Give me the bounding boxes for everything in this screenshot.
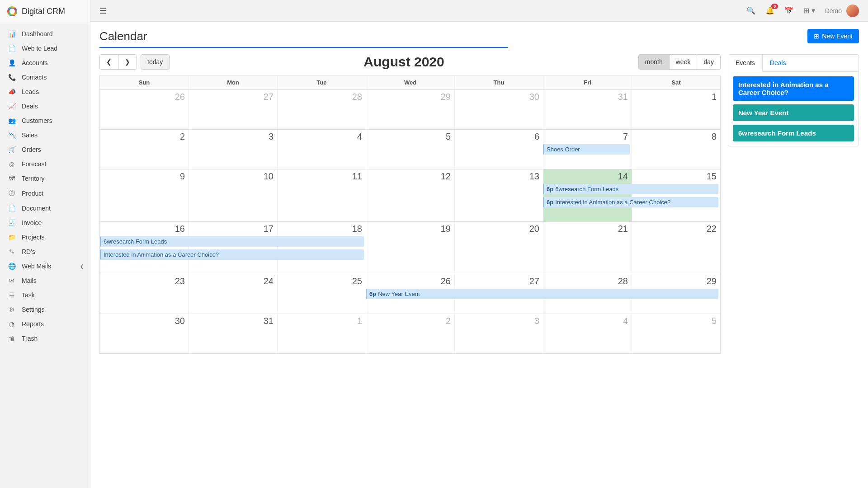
sidebar-item-accounts[interactable]: 👤Accounts [0,56,90,70]
day-cell[interactable]: 6 [454,130,543,155]
event-card[interactable]: New Year Event [733,104,854,121]
day-cell[interactable]: 20 [454,222,543,248]
calendar-event[interactable]: 6pInterested in Animation as a Career Ch… [543,197,718,207]
day-cell[interactable]: 25 [277,274,366,300]
day-cell[interactable]: 10 [189,169,277,195]
sidebar-item-task[interactable]: ☰Task [0,288,90,302]
day-cell[interactable]: 9 [100,169,189,195]
nav-icon: 👤 [8,59,15,66]
nav-label: Trash [22,335,38,342]
day-cell[interactable]: 1 [277,314,366,340]
nav-icon: ◎ [8,160,15,168]
new-event-button[interactable]: ⊞ New Event [807,29,859,43]
day-cell[interactable]: 2 [100,130,189,155]
sidebar-item-deals[interactable]: 📈Deals [0,99,90,113]
day-cell[interactable]: 21 [543,222,632,248]
day-cell[interactable]: 30 [100,314,189,340]
day-cell[interactable]: 4 [543,314,632,340]
today-button[interactable]: today [141,54,170,70]
sidebar-item-trash[interactable]: 🗑Trash [0,331,90,346]
sidebar-item-document[interactable]: 📄Document [0,201,90,216]
nav-icon: ◔ [8,320,15,328]
calendar-event[interactable]: Interested in Animation as a Career Choi… [100,249,364,260]
view-week-button[interactable]: week [669,55,697,69]
day-cell[interactable]: 11 [277,169,366,195]
day-cell[interactable]: 23 [100,274,189,300]
day-cell[interactable]: 1 [632,90,720,116]
day-cell[interactable]: 8 [632,130,720,155]
nav-list: 📊Dashboard📄Web to Lead👤Accounts📞Contacts… [0,23,90,349]
day-cell[interactable]: 5 [632,314,720,340]
sidebar-item-customers[interactable]: 👥Customers [0,113,90,128]
day-cell[interactable]: 12 [366,169,454,195]
nav-icon: 📉 [8,131,15,139]
sidebar-item-web-to-lead[interactable]: 📄Web to Lead [0,41,90,56]
sidebar-item-reports[interactable]: ◔Reports [0,317,90,331]
brand[interactable]: Digital CRM [0,0,90,23]
view-day-button[interactable]: day [697,55,720,69]
day-cell[interactable]: 31 [189,314,277,340]
user-menu[interactable]: Demo [825,5,859,17]
day-cell[interactable]: 31 [543,90,632,116]
tab-events[interactable]: Events [728,55,763,72]
calendar-toolbar: ❮ ❯ today August 2020 month week day [99,54,721,70]
sidebar-item-forecast[interactable]: ◎Forecast [0,157,90,171]
nav-icon: 🗺 [8,175,15,182]
sidebar-item-mails[interactable]: ✉Mails [0,273,90,288]
sidebar-item-projects[interactable]: 📁Projects [0,230,90,244]
calendar-event[interactable]: 6p6wresearch Form Leads [543,184,718,194]
sidebar-item-invoice[interactable]: 🧾Invoice [0,216,90,230]
day-cell[interactable]: 28 [277,90,366,116]
event-card[interactable]: 6wresearch Form Leads [733,125,854,141]
nav-label: Invoice [22,219,42,226]
nav-label: Web Mails [22,263,51,270]
day-cell[interactable]: 13 [454,169,543,195]
side-panel: Events Deals Interested in Animation as … [728,54,859,146]
sidebar-item-territory[interactable]: 🗺Territory [0,171,90,186]
tab-deals[interactable]: Deals [763,55,793,71]
day-cell[interactable]: 4 [277,130,366,155]
day-cell[interactable]: 27 [189,90,277,116]
day-cell[interactable]: 5 [366,130,454,155]
sidebar-item-product[interactable]: ⓅProduct [0,186,90,201]
sidebar-item-sales[interactable]: 📉Sales [0,128,90,142]
bell-icon[interactable]: 🔔0 [765,6,774,15]
day-cell[interactable]: 26 [100,90,189,116]
event-card[interactable]: Interested in Animation as a Career Choi… [733,76,854,101]
sidebar-item-contacts[interactable]: 📞Contacts [0,70,90,84]
day-cell[interactable]: 19 [366,222,454,248]
brand-name: Digital CRM [22,7,65,16]
day-cell[interactable]: 29 [366,90,454,116]
nav-icon: ✉ [8,277,15,284]
nav-icon: 📣 [8,88,15,95]
calendar-title: August 2020 [170,54,638,70]
day-header: Fri [543,75,632,89]
day-cell[interactable]: 2 [366,314,454,340]
day-cell[interactable]: 3 [189,130,277,155]
sidebar-item-leads[interactable]: 📣Leads [0,84,90,99]
sidebar-item-rd-s[interactable]: ✎RD's [0,244,90,259]
day-cell[interactable]: 24 [189,274,277,300]
page-title: Calendar [99,29,147,43]
plus-menu-icon[interactable]: ⊞ ▾ [803,6,815,15]
sidebar-item-web-mails[interactable]: 🌐Web Mails❮ [0,259,90,273]
nav-icon: 🗑 [8,335,15,342]
new-event-label: New Event [822,33,853,40]
sidebar-item-settings[interactable]: ⚙Settings [0,302,90,317]
sidebar-item-orders[interactable]: 🛒Orders [0,142,90,157]
calendar-event[interactable]: Shoes Order [543,144,630,155]
calendar-event[interactable]: 6pNew Year Event [366,289,718,299]
nav-icon: ⚙ [8,306,15,313]
nav-label: Forecast [22,160,46,168]
day-cell[interactable]: 3 [454,314,543,340]
next-button[interactable]: ❯ [118,55,137,69]
sidebar-item-dashboard[interactable]: 📊Dashboard [0,27,90,41]
prev-button[interactable]: ❮ [100,55,118,69]
hamburger-icon[interactable]: ☰ [99,6,107,16]
day-cell[interactable]: 22 [632,222,720,248]
day-cell[interactable]: 30 [454,90,543,116]
calendar-icon[interactable]: 📅 [784,6,793,15]
search-icon[interactable]: 🔍 [746,6,755,15]
calendar-event[interactable]: 6wresearch Form Leads [100,236,364,247]
view-month-button[interactable]: month [639,55,669,69]
